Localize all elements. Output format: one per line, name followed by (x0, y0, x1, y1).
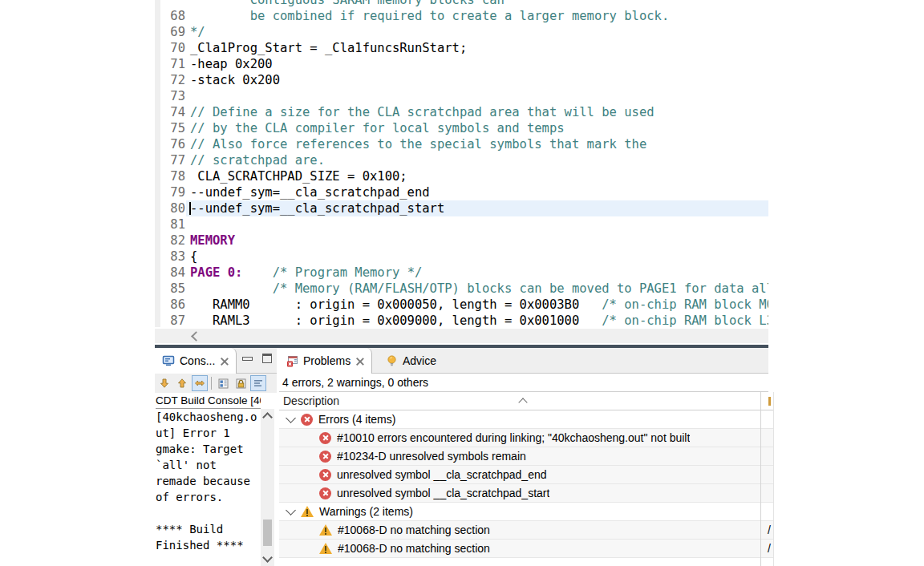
console-output-line: [40kchaosheng.o (156, 409, 261, 425)
code-line[interactable]: 70_Cla1Prog_Start = _Cla1funcsRunStart; (155, 40, 768, 56)
problems-summary: 4 errors, 2 warnings, 0 others (279, 374, 768, 392)
minimize-icon[interactable] (242, 357, 253, 361)
code-text: { (190, 249, 197, 265)
line-number: 73 (160, 88, 185, 104)
code-line[interactable]: 74// Define a size for the CLA scratchpa… (155, 104, 768, 120)
scroll-lock-button[interactable] (233, 375, 249, 391)
console-output-area[interactable]: CDT Build Console [40kchaosheng] [40kcha… (155, 393, 277, 566)
close-icon[interactable] (220, 357, 229, 366)
code-line[interactable]: 72-stack 0x200 (155, 72, 768, 88)
code-text: // scratchpad are. (190, 152, 325, 168)
problems-item-row[interactable]: unresolved symbol __cla_scratchpad_end (279, 466, 774, 484)
tab-advice-label: Advice (403, 354, 436, 367)
maximize-icon[interactable] (262, 354, 272, 363)
left-right-arrows-icon (194, 378, 205, 389)
previous-error-button[interactable] (174, 375, 190, 391)
editor-horizontal-scrollbar[interactable] (155, 329, 768, 343)
code-line[interactable]: 78 CLA_SCRATCHPAD_SIZE = 0x100; (155, 168, 768, 184)
expand-chevron-icon[interactable] (286, 505, 296, 515)
line-number: 76 (160, 136, 185, 152)
scroll-left-icon[interactable] (191, 331, 201, 342)
console-output-line: Finished **** (156, 537, 261, 553)
lightbulb-icon (386, 354, 398, 367)
tab-advice[interactable]: Advice (379, 348, 444, 374)
code-line[interactable]: 76// Also force references to the specia… (155, 136, 768, 152)
pin-console-button[interactable] (215, 375, 231, 391)
scroll-down-icon[interactable] (262, 552, 273, 563)
code-line[interactable]: 79--undef_sym=__cla_scratchpad_end (155, 184, 768, 200)
problems-group-row[interactable]: Warnings (2 items) (279, 503, 774, 521)
tab-problems-label: Problems (303, 354, 351, 367)
problems-icon (286, 355, 298, 367)
code-text: Contiguous SARAM memory blocks can (190, 0, 505, 8)
line-number: 87 (160, 313, 185, 329)
code-line[interactable]: 75// by the CLA compiler for local symbo… (155, 120, 768, 136)
resource-cell-clipped: / (768, 521, 771, 540)
console-title: CDT Build Console [40kchaosheng] (156, 394, 261, 409)
code-line[interactable]: 80--undef_sym=__cla_scratchpad_start (155, 200, 768, 216)
problems-item-row[interactable]: #10010 errors encountered during linking… (279, 429, 774, 447)
word-wrap-button[interactable] (250, 375, 266, 391)
code-line[interactable]: 73 (155, 88, 768, 104)
code-text: */ (190, 24, 205, 40)
console-vertical-scrollbar[interactable] (261, 409, 274, 566)
close-icon[interactable] (355, 357, 364, 366)
problems-table-header[interactable]: Description (279, 392, 774, 410)
code-line[interactable]: 86 RAMM0 : origin = 0x000050, length = 0… (155, 297, 768, 313)
scrollbar-thumb[interactable] (263, 520, 272, 546)
error-icon (319, 432, 331, 444)
code-line[interactable]: 81 (155, 216, 768, 232)
resource-cell-clipped: / (768, 540, 771, 558)
error-icon (319, 451, 331, 463)
code-text: -stack 0x200 (190, 72, 280, 88)
line-number: 81 (160, 216, 185, 232)
error-icon (319, 487, 331, 499)
code-line[interactable]: 83{ (155, 249, 768, 265)
code-text: _Cla1Prog_Start = _Cla1funcsRunStart; (190, 40, 467, 56)
problems-group-row[interactable]: Errors (4 items) (279, 410, 774, 429)
line-number: 70 (160, 40, 185, 56)
ide-window: Contiguous SARAM memory blocks can68 be … (0, 0, 924, 566)
next-error-button[interactable] (156, 375, 172, 391)
code-text: // Also force references to the special … (190, 136, 646, 152)
code-text: MEMORY (190, 232, 235, 249)
error-icon (319, 469, 331, 481)
code-line[interactable]: 77// scratchpad are. (155, 152, 768, 168)
error-icon (301, 414, 313, 426)
problems-view: Problems Advice 4 errors, 2 warnings, 0 … (279, 348, 774, 566)
code-line[interactable]: Contiguous SARAM memory blocks can (155, 0, 768, 8)
code-line[interactable]: 69*/ (155, 24, 768, 40)
code-editor[interactable]: Contiguous SARAM memory blocks can68 be … (155, 0, 768, 345)
clipped-second-column-header (768, 397, 771, 406)
code-line[interactable]: 84PAGE 0: /* Program Memory */ (155, 265, 768, 281)
show-error-in-editor-button[interactable] (192, 375, 208, 391)
wrapped-lines-icon (253, 378, 264, 389)
toolbar-separator (211, 377, 212, 390)
code-line[interactable]: 82MEMORY (155, 232, 768, 249)
column-separator[interactable] (760, 392, 761, 566)
code-line[interactable]: 71-heap 0x200 (155, 56, 768, 72)
console-toolbar (155, 374, 277, 393)
scroll-up-icon[interactable] (262, 412, 273, 422)
description-column-header[interactable]: Description (283, 392, 339, 410)
problems-item-row[interactable]: #10234-D unresolved symbols remain (279, 447, 774, 466)
code-line[interactable]: 87 RAML3 : origin = 0x009000, length = 0… (155, 313, 768, 329)
tab-console[interactable]: Cons... (155, 348, 237, 374)
problem-description: unresolved symbol __cla_scratchpad_end (337, 468, 547, 481)
code-line[interactable]: 68 be combined if required to create a l… (155, 8, 768, 24)
line-number: 75 (160, 120, 185, 136)
table-right-edge (773, 392, 774, 566)
line-number: 82 (160, 232, 185, 249)
problems-item-row[interactable]: #10068-D no matching section/ (279, 540, 774, 558)
console-output-line: **** Build (156, 521, 261, 537)
problems-item-row[interactable]: #10068-D no matching section/ (279, 521, 774, 540)
problems-item-row[interactable]: unresolved symbol __cla_scratchpad_start (279, 484, 774, 503)
line-number: 83 (160, 249, 185, 265)
tab-problems[interactable]: Problems (279, 348, 372, 374)
code-line[interactable]: 85 /* Memory (RAM/FLASH/OTP) blocks can … (155, 281, 768, 297)
expand-chevron-icon[interactable] (286, 413, 296, 423)
code-text: -heap 0x200 (190, 56, 273, 72)
problem-description: unresolved symbol __cla_scratchpad_start (337, 487, 549, 499)
text-cursor (189, 202, 191, 215)
padlock-icon (235, 378, 247, 390)
